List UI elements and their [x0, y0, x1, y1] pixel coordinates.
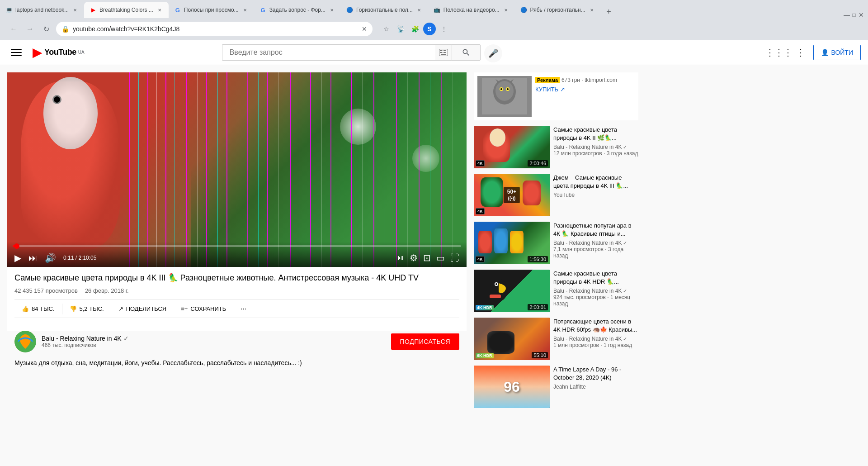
- tab-close-7[interactable]: ✕: [588, 6, 595, 14]
- next-button[interactable]: ⏭: [27, 251, 39, 265]
- theater-button[interactable]: ▭: [434, 251, 447, 265]
- channel-name[interactable]: Balu - Relaxing Nature in 4K ✓: [42, 335, 386, 342]
- rec-thumb-6: 96: [474, 366, 550, 408]
- tab-zadatv[interactable]: G Задать вопрос - Фор... ✕: [254, 2, 341, 18]
- progress-bar[interactable]: [13, 245, 461, 247]
- yt-more-button[interactable]: ⋮: [792, 43, 810, 62]
- rec-title-5: Потрясающие цвета осени в 4K HDR 60fps 🦔…: [553, 318, 638, 334]
- close-button[interactable]: ✕: [858, 12, 864, 18]
- tab-polosi[interactable]: G Полосы при просмо... ✕: [169, 2, 254, 18]
- rec-channel-3: Balu - Relaxing Nature in 4K ✓: [553, 240, 638, 246]
- yt-search-button[interactable]: [452, 44, 481, 61]
- tab-gorizontal[interactable]: 🔵 Горизонтальные пол... ✕: [341, 2, 428, 18]
- verified-checkmark: ✓: [123, 335, 129, 342]
- time-current: 0:11: [63, 255, 74, 261]
- url-bar[interactable]: 🔒 youtube.com/watch?v=RK1K2bCg4J8 ✕: [56, 22, 373, 36]
- tab-ryab[interactable]: 🔵 Рябь / горизонтальн... ✕: [515, 2, 601, 18]
- svg-rect-7: [441, 52, 442, 53]
- subscribe-button[interactable]: ПОДПИСАТЬСЯ: [391, 333, 459, 350]
- back-button[interactable]: ←: [7, 23, 20, 35]
- video-player[interactable]: ▶ ⏭ 🔊 0:11 / 2:10:05 ⏯ ⚙ ⊡: [7, 72, 467, 267]
- yt-logo[interactable]: ▶ YouTube UA: [33, 45, 85, 60]
- tab-favicon-5: 🔵: [346, 6, 354, 14]
- hamburger-menu[interactable]: [7, 43, 25, 62]
- forward-button[interactable]: →: [24, 23, 36, 35]
- tab-laptops[interactable]: 💻 laptops and netbook... ✕: [0, 2, 84, 18]
- autoplay-button[interactable]: ⏯: [395, 252, 406, 264]
- rec-video-5[interactable]: 55:10 6K HDR Потрясающие цвета осени в 4…: [474, 316, 638, 362]
- mute-button[interactable]: 🔊: [43, 251, 58, 265]
- more-button[interactable]: ⋯: [233, 302, 254, 316]
- yt-apps-button[interactable]: ⋮⋮⋮: [770, 43, 788, 62]
- cast-icon[interactable]: 📡: [394, 23, 407, 35]
- tab-close-5[interactable]: ✕: [415, 6, 423, 14]
- menu-icon[interactable]: ⋮: [438, 23, 450, 35]
- tab-close-3[interactable]: ✕: [241, 6, 249, 14]
- rec-badge-4k-2: 4K: [476, 208, 485, 214]
- ad-badge-container: Реклама 673 грн · tktimport.com: [535, 76, 635, 84]
- play-button[interactable]: ▶: [13, 251, 23, 265]
- ad-image: [477, 76, 532, 117]
- rec-video-3[interactable]: 1:56:30 4K Разноцветные попугаи ара в 4К…: [474, 220, 638, 266]
- tab-title-2: Breathtaking Colors ...: [99, 7, 153, 13]
- rec-badge-4k-1: 4K: [476, 160, 485, 166]
- dislike-button[interactable]: 👎 5,2 ТЫС.: [62, 302, 111, 316]
- channel-avatar[interactable]: [14, 331, 36, 352]
- tab-close-6[interactable]: ✕: [502, 6, 509, 14]
- yt-mic-button[interactable]: 🎤: [484, 44, 502, 62]
- miniplayer-button[interactable]: ⊡: [421, 251, 433, 265]
- yt-search-input[interactable]: [222, 44, 435, 61]
- yt-logo-ua: UA: [78, 50, 85, 55]
- fullscreen-button[interactable]: ⛶: [448, 251, 461, 265]
- reload-button[interactable]: ↻: [40, 23, 52, 35]
- youtube-page: ▶ YouTube UA 🎤 ⋮⋮⋮ ⋮ 👤 ВОЙТИ: [0, 40, 868, 466]
- tab-title-7: Рябь / горизонтальн...: [530, 7, 585, 13]
- like-button[interactable]: 👍 84 ТЫС.: [14, 302, 62, 316]
- rec-video-2[interactable]: 4K 50+((•)) Джем – Самые красивые цвета …: [474, 172, 638, 218]
- rec-channel-5: Balu - Relaxing Nature in 4K ✓: [553, 336, 638, 342]
- video-info: Самые красивые цвета природы в 4K III 🦜 …: [7, 267, 467, 331]
- maximize-button[interactable]: □: [851, 12, 857, 18]
- rec-thumb-1: 2:00:46 4K: [474, 126, 550, 168]
- save-button[interactable]: ≡+ СОХРАНИТЬ: [174, 302, 233, 316]
- yt-main-content: ▶ ⏭ 🔊 0:11 / 2:10:05 ⏯ ⚙ ⊡: [0, 72, 470, 412]
- yt-keyboard-button[interactable]: [435, 44, 452, 61]
- tab-favicon-1: 💻: [5, 6, 13, 14]
- tab-close-1[interactable]: ✕: [71, 6, 79, 14]
- svg-rect-11: [441, 54, 446, 55]
- tab-breathtaking[interactable]: ▶ Breathtaking Colors ... ✕: [84, 2, 169, 18]
- rec-info-3: Разноцветные попугаи ара в 4К 🦜 Красивые…: [553, 222, 638, 264]
- tab-poloska[interactable]: 📺 Полоска на видеоро... ✕: [428, 2, 515, 18]
- ad-buy-link[interactable]: КУПИТЬ ↗: [535, 86, 635, 93]
- share-button[interactable]: ↗ ПОДЕЛИТЬСЯ: [111, 302, 174, 316]
- like-count: 84 ТЫС.: [32, 305, 55, 312]
- settings-button[interactable]: ⚙: [408, 251, 420, 265]
- tab-close-4[interactable]: ✕: [328, 6, 335, 14]
- video-title: Самые красивые цвета природы в 4K III 🦜 …: [14, 272, 459, 284]
- verified-icon-1: ✓: [623, 144, 627, 150]
- extension-icon[interactable]: 🧩: [409, 23, 421, 35]
- window-controls: — □ ✕: [844, 12, 868, 18]
- rec-video-6[interactable]: 96 A Time Lapse A Day - 96 - October 28,…: [474, 364, 638, 410]
- yt-header-right: ⋮⋮⋮ ⋮ 👤 ВОЙТИ: [770, 43, 861, 62]
- rec-video-4[interactable]: 2:00:01 4K HDR Самые красивые цвета прир…: [474, 268, 638, 314]
- upload-date: 26 февр. 2018 г.: [85, 287, 129, 294]
- tab-title-3: Полосы при просмо...: [184, 7, 239, 13]
- minimize-button[interactable]: —: [844, 12, 850, 18]
- yt-header: ▶ YouTube UA 🎤 ⋮⋮⋮ ⋮ 👤 ВОЙТИ: [0, 40, 868, 65]
- tab-favicon-3: G: [174, 6, 181, 14]
- video-meta: 42 435 157 просмотров 26 февр. 2018 г.: [14, 287, 459, 294]
- tab-close-2[interactable]: ✕: [156, 6, 163, 14]
- view-count: 42 435 157 просмотров: [14, 287, 78, 294]
- bookmark-icon[interactable]: ☆: [380, 23, 392, 35]
- rec-info-4: Самые красивые цвета природы в 4K HDR 🦜.…: [553, 270, 638, 312]
- account-icon[interactable]: S: [423, 23, 436, 35]
- video-controls: ▶ ⏭ 🔊 0:11 / 2:10:05 ⏯ ⚙ ⊡: [7, 242, 467, 267]
- svg-rect-8: [443, 52, 443, 53]
- new-tab-button[interactable]: +: [603, 5, 615, 18]
- browser-window: 💻 laptops and netbook... ✕ ▶ Breathtakin…: [0, 0, 868, 40]
- rec-meta-3: 7,1 млн просмотров · 3 года назад: [553, 246, 638, 259]
- rec-video-1[interactable]: 2:00:46 4K Самые красивые цвета природы …: [474, 124, 638, 170]
- ad-thumbnail: [477, 76, 532, 117]
- yt-sign-in-button[interactable]: 👤 ВОЙТИ: [813, 45, 861, 60]
